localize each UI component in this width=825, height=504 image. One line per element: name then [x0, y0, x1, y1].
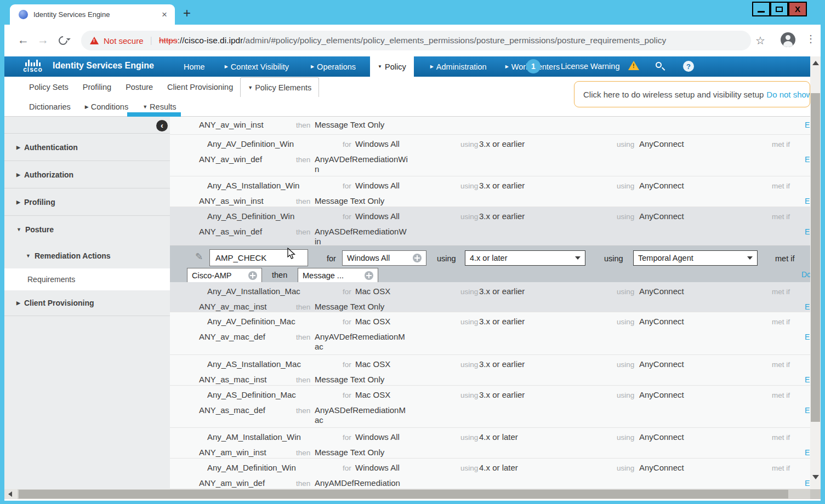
sidebar-item-label: Authorization	[24, 170, 73, 179]
requirement-name: Any_AS_Definition_Win	[207, 211, 294, 221]
requirement-name: Any_AS_Installation_Win	[207, 181, 299, 190]
edit-link[interactable]: E	[805, 479, 810, 488]
forward-icon[interactable]: →	[37, 33, 49, 47]
remediation-picker[interactable]: Message ...	[298, 268, 378, 282]
condition-picker-icon[interactable]	[248, 271, 257, 280]
browser-tab[interactable]: Identity Services Engine ×	[10, 4, 175, 25]
requirement-row[interactable]: ANY_av_win_instthenMessage Text OnlyE	[170, 117, 810, 135]
tab-profiling[interactable]: Profiling	[76, 77, 118, 97]
tab-close-icon[interactable]: ×	[160, 9, 169, 20]
edit-link[interactable]: E	[805, 302, 810, 311]
condition-name: ANY_am_win_inst	[199, 448, 266, 457]
new-tab-button[interactable]: +	[183, 5, 191, 21]
remediation-name: Message Text Only	[315, 196, 408, 206]
scroll-down-icon[interactable]	[812, 475, 819, 479]
sidebar-item-posture[interactable]: ▼Posture	[4, 215, 170, 243]
close-button[interactable]: X	[788, 2, 807, 16]
requirement-row[interactable]: Any_AV_Definition_MacforMac OSXusing3.x …	[170, 312, 810, 355]
requirement-row[interactable]: Any_AV_Installation_MacforMac OSXusing3.…	[170, 282, 810, 312]
horizontal-scroll-thumb[interactable]	[19, 490, 788, 499]
requirement-row[interactable]: Any_AS_Definition_WinforWindows Allusing…	[170, 207, 810, 245]
reload-icon[interactable]	[57, 35, 70, 47]
requirement-row[interactable]: Any_AS_Installation_WinforWindows Allusi…	[170, 176, 810, 207]
using-label: using	[437, 254, 456, 263]
sidebar-item-authorization[interactable]: ▶Authorization	[4, 161, 170, 188]
version-select[interactable]: 4.x or later	[465, 250, 585, 266]
done-link[interactable]: Do	[801, 270, 810, 279]
requirement-row[interactable]: Any_AS_Definition_MacforMac OSXusing3.x …	[170, 386, 810, 428]
vertical-scrollbar[interactable]	[810, 56, 821, 489]
edit-link[interactable]: E	[805, 197, 810, 205]
nav-item-administration[interactable]: ▶Administration	[430, 56, 487, 77]
edit-link[interactable]: E	[805, 448, 810, 457]
chevron-right-icon: ▶	[505, 64, 509, 69]
horizontal-scrollbar[interactable]	[4, 489, 810, 499]
tab-client-provisioning[interactable]: Client Provisioning	[160, 77, 240, 97]
remediation-picker-icon[interactable]	[365, 271, 373, 280]
collapse-sidebar-icon[interactable]: ‹	[156, 120, 168, 131]
bookmark-star-icon[interactable]: ☆	[755, 34, 765, 47]
sidebar-item-client-provisioning[interactable]: ▶Client Provisioning	[4, 290, 170, 316]
nav-item-policy[interactable]: ▼Policy	[370, 56, 414, 77]
browser-menu-icon[interactable]: ⋮	[806, 33, 816, 45]
then-label: then	[296, 303, 310, 311]
nav-item-operations[interactable]: ▶Operations	[311, 56, 356, 77]
search-icon[interactable]	[656, 62, 662, 68]
edit-link[interactable]: E	[805, 333, 810, 341]
sidebar-item-requirements[interactable]: Requirements	[4, 268, 170, 290]
url-scheme: https	[159, 36, 178, 45]
tab-posture[interactable]: Posture	[118, 77, 160, 97]
nav-item-label: Home	[184, 62, 205, 71]
tab-policy-elements[interactable]: ▼Policy Elements	[240, 77, 319, 97]
nav-item-context-visibility[interactable]: ▶Context Visibility	[225, 56, 289, 77]
tab-dictionaries[interactable]: Dictionaries	[22, 97, 78, 116]
scroll-left-icon[interactable]	[4, 489, 18, 499]
license-warning-label[interactable]: License Warning	[561, 62, 619, 71]
tab-policy-sets[interactable]: Policy Sets	[22, 77, 76, 97]
then-label: then	[296, 333, 310, 341]
version-value: 3.x or earlier	[479, 359, 525, 369]
requirement-row[interactable]: Any_AS_Installation_MacforMac OSXusing3.…	[170, 355, 810, 386]
edit-link[interactable]: E	[805, 121, 810, 129]
version-value: 3.x or earlier	[479, 139, 525, 148]
requirement-row[interactable]: Any_AM_Definition_WinforWindows Allusing…	[170, 459, 810, 489]
nav-item-home[interactable]: Home	[184, 56, 205, 77]
alarm-count-badge[interactable]: 1	[526, 59, 540, 73]
using-label: using	[460, 433, 478, 442]
tab-label: Posture	[126, 83, 153, 91]
requirement-editor-row: ✎ for Windows All using 4.x or later usi…	[170, 245, 810, 282]
back-icon[interactable]: ←	[18, 33, 29, 47]
browser-toolbar: ← → Not secure | https://cisco-ise.di.ip…	[4, 25, 821, 56]
sidebar-item-remediation-actions[interactable]: ▼Remediation Actions	[4, 243, 170, 268]
requirement-row[interactable]: Any_AV_Definition_WinforWindows Allusing…	[170, 135, 810, 176]
sidebar-item-authentication[interactable]: ▶Authentication	[4, 133, 170, 161]
condition-name: ANY_av_win_def	[199, 154, 262, 164]
os-picker-icon[interactable]	[413, 254, 422, 262]
maximize-button[interactable]	[770, 2, 788, 16]
met-if-label: met if	[772, 464, 790, 472]
chevron-right-icon: ▶	[225, 64, 228, 69]
agent-select[interactable]: Temporal Agent	[633, 250, 758, 266]
minimize-icon	[758, 11, 765, 13]
warning-triangle-icon	[628, 61, 639, 70]
sidebar-item-profiling[interactable]: ▶Profiling	[4, 188, 170, 215]
scroll-up-icon[interactable]	[812, 61, 819, 65]
edit-link[interactable]: E	[805, 227, 810, 236]
minimize-button[interactable]	[752, 2, 770, 16]
chevron-down-icon: ▼	[143, 104, 147, 110]
maximize-icon	[776, 7, 783, 12]
profile-avatar[interactable]	[781, 32, 795, 47]
window-border-left	[0, 0, 4, 504]
requirement-row[interactable]: Any_AM_Installation_WinforWindows Allusi…	[170, 428, 810, 459]
help-icon[interactable]: ?	[683, 61, 694, 72]
edit-link[interactable]: E	[805, 155, 810, 164]
remediation-name: Message Text Only	[315, 375, 408, 385]
vertical-scroll-thumb[interactable]	[811, 93, 820, 422]
condition-picker[interactable]: Cisco-AMP	[187, 268, 262, 282]
edit-link[interactable]: E	[805, 375, 810, 384]
url-bar[interactable]: Not secure | https://cisco-ise.di.ipdr/a…	[81, 31, 751, 50]
chevron-right-icon: ▶	[311, 64, 314, 69]
edit-link[interactable]: E	[805, 406, 810, 415]
os-picker[interactable]: Windows All	[342, 250, 426, 266]
do-not-show-link[interactable]: Do not show	[766, 90, 810, 99]
